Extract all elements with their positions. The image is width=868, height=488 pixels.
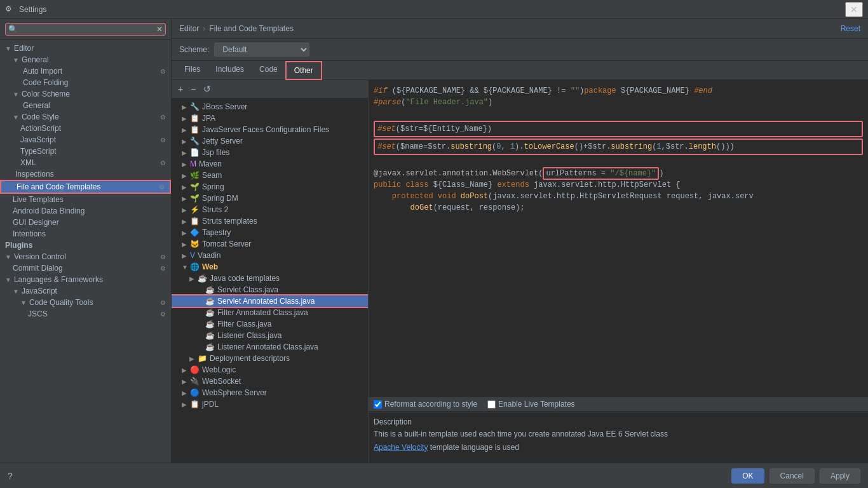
list-item[interactable]: ☕ Filter Class.java [172, 318, 368, 330]
sidebar-item-commit-dialog[interactable]: Commit Dialog ⚙ [0, 262, 171, 274]
sidebar-item-version-control[interactable]: ▼ Version Control ⚙ [0, 251, 171, 262]
list-item[interactable]: ▶ 🔧 Jetty Server [172, 135, 368, 147]
list-item[interactable]: ▶ 🐱 Tomcat Server [172, 238, 368, 250]
description-link-area: Apache Velocity template language is use… [374, 442, 863, 453]
search-input[interactable]: file and code [20, 25, 154, 34]
file-label: Listener Class.java [217, 331, 281, 340]
sidebar-item-javascript-lf[interactable]: ▼ JavaScript [0, 285, 171, 297]
sidebar-item-android-data-binding[interactable]: Android Data Binding [0, 205, 171, 217]
sidebar-item-xml[interactable]: XML ⚙ [0, 157, 171, 168]
sidebar-label: JavaScript [22, 287, 57, 295]
list-item[interactable]: ▶ 📋 Struts templates [172, 215, 368, 227]
add-template-button[interactable]: + [175, 83, 186, 95]
tab-files[interactable]: Files [177, 61, 208, 79]
sidebar-item-actionscript[interactable]: ActionScript [0, 123, 171, 134]
list-item[interactable]: ▶ 🔵 WebSphere Server [172, 387, 368, 398]
sidebar-label: Color Scheme [22, 90, 70, 98]
arrow-icon: ▶ [182, 161, 188, 168]
arrow-icon: ▼ [20, 299, 27, 306]
sidebar-item-code-style[interactable]: ▼ Code Style ⚙ [0, 111, 171, 123]
reformat-input[interactable] [374, 400, 382, 409]
reset-template-button[interactable]: ↺ [201, 83, 214, 95]
list-item[interactable]: ▶ ☕ Java code templates [172, 273, 368, 284]
list-item[interactable]: ▶ 📋 JavaServer Faces Configuration Files [172, 124, 368, 135]
sidebar-item-typescript[interactable]: TypeScript [0, 146, 171, 157]
search-clear-button[interactable]: ✕ [156, 25, 163, 34]
reset-button[interactable]: Reset [841, 24, 860, 33]
list-item[interactable]: ☕ Servlet Class.java [172, 284, 368, 295]
file-tree: ▶ 🔧 JBoss Server ▶ 📋 JPA ▶ 📋 Java [172, 98, 368, 463]
list-item[interactable]: ☕ Listener Class.java [172, 330, 368, 341]
help-button[interactable]: ? [8, 471, 13, 481]
remove-template-button[interactable]: − [188, 83, 198, 95]
arrow-icon: ▼ [13, 91, 19, 98]
live-templates-input[interactable] [487, 400, 496, 409]
live-templates-checkbox[interactable]: Enable Live Templates [487, 400, 575, 409]
sidebar-label: GUI Designer [13, 218, 59, 227]
arrow-icon: ▶ [182, 104, 188, 111]
list-item[interactable]: ▼ 🌐 Web [172, 261, 368, 273]
code-line: public class ${Class_Name} extends javax… [374, 179, 863, 191]
file-icon: V [190, 251, 195, 260]
reformat-checkbox[interactable]: Reformat according to style [374, 400, 477, 409]
list-item[interactable]: ▶ V Vaadin [172, 250, 368, 261]
search-wrap: 🔍 file and code ✕ [5, 23, 166, 36]
sidebar-label: Commit Dialog [13, 264, 63, 273]
list-item[interactable]: ▶ 🌿 Seam [172, 170, 368, 181]
sidebar-item-color-scheme[interactable]: ▼ Color Scheme [0, 88, 171, 100]
sidebar-item-jscs[interactable]: JSCS ⚙ [0, 308, 171, 320]
tab-other[interactable]: Other [285, 61, 322, 80]
file-label: Struts templates [202, 217, 257, 226]
sidebar-item-languages-frameworks[interactable]: ▼ Languages & Frameworks [0, 274, 171, 285]
apply-button[interactable]: Apply [820, 468, 860, 484]
tab-includes[interactable]: Includes [208, 61, 252, 79]
arrow-icon: ▶ [182, 172, 188, 179]
arrow-icon: ▶ [182, 126, 188, 133]
list-item[interactable]: ☕ Listener Annotated Class.java [172, 341, 368, 353]
description-title: Description [374, 417, 863, 426]
settings-icon: ⚙ [160, 254, 166, 261]
scheme-select[interactable]: Default Project [214, 43, 309, 57]
sidebar-item-auto-import[interactable]: Auto Import ⚙ [0, 65, 171, 77]
sidebar-item-code-quality-tools[interactable]: ▼ Code Quality Tools ⚙ [0, 297, 171, 308]
sidebar-item-gui-designer[interactable]: GUI Designer [0, 217, 171, 228]
list-item[interactable]: ▶ 🔴 WebLogic [172, 364, 368, 376]
list-item[interactable]: ☕ Filter Annotated Class.java [172, 307, 368, 318]
list-item[interactable]: ▶ 🌱 Spring DM [172, 193, 368, 204]
close-button[interactable]: ✕ [845, 2, 863, 17]
sidebar-item-live-templates[interactable]: Live Templates [0, 194, 171, 205]
sidebar-tree: ▼ Editor ▼ General Auto Import ⚙ Code Fo… [0, 40, 171, 463]
arrow-icon: ▼ [13, 114, 19, 121]
code-line: #set($name=$str.substring(0, 1).toLowerC… [374, 139, 863, 155]
list-item[interactable]: ▶ 🔧 JBoss Server [172, 101, 368, 112]
code-line: protected void doPost(javax.servlet.http… [374, 191, 863, 202]
sidebar-item-cs-general[interactable]: General [0, 100, 171, 111]
sidebar-item-general[interactable]: ▼ General [0, 54, 171, 65]
arrow-icon: ▶ [182, 149, 188, 156]
sidebar-item-javascript[interactable]: JavaScript ⚙ [0, 134, 171, 146]
sidebar-item-editor[interactable]: ▼ Editor [0, 43, 171, 54]
file-icon: 📋 [190, 114, 200, 123]
list-item[interactable]: ▶ 📋 JPA [172, 112, 368, 124]
list-item[interactable]: ☕ Servlet Annotated Class.java [172, 295, 368, 307]
cancel-button[interactable]: Cancel [770, 468, 815, 484]
sidebar-item-plugins[interactable]: Plugins [0, 240, 171, 251]
list-item[interactable]: ▶ 📋 jPDL [172, 398, 368, 410]
sidebar-item-inspections[interactable]: Inspections [0, 168, 171, 180]
list-item[interactable]: ▶ 📁 Deployment descriptors [172, 353, 368, 364]
file-label: Seam [202, 171, 222, 180]
sidebar-item-file-and-code-templates[interactable]: File and Code Templates ⚙ [0, 180, 171, 194]
tab-code[interactable]: Code [252, 61, 285, 79]
list-item[interactable]: ▶ 🌱 Spring [172, 181, 368, 193]
sidebar-item-intentions[interactable]: Intentions [0, 228, 171, 240]
list-item[interactable]: ▶ 📄 Jsp files [172, 147, 368, 158]
apache-velocity-link[interactable]: Apache Velocity [374, 443, 428, 452]
arrow-icon: ▶ [189, 275, 196, 282]
ok-button[interactable]: OK [731, 468, 764, 484]
code-editor[interactable]: #if (${PACKAGE_NAME} && ${PACKAGE_NAME} … [369, 80, 868, 396]
list-item[interactable]: ▶ 🔌 WebSocket [172, 376, 368, 387]
list-item[interactable]: ▶ 🔷 Tapestry [172, 227, 368, 238]
list-item[interactable]: ▶ ⚡ Struts 2 [172, 204, 368, 215]
list-item[interactable]: ▶ M Maven [172, 158, 368, 170]
sidebar-item-code-folding[interactable]: Code Folding [0, 77, 171, 88]
